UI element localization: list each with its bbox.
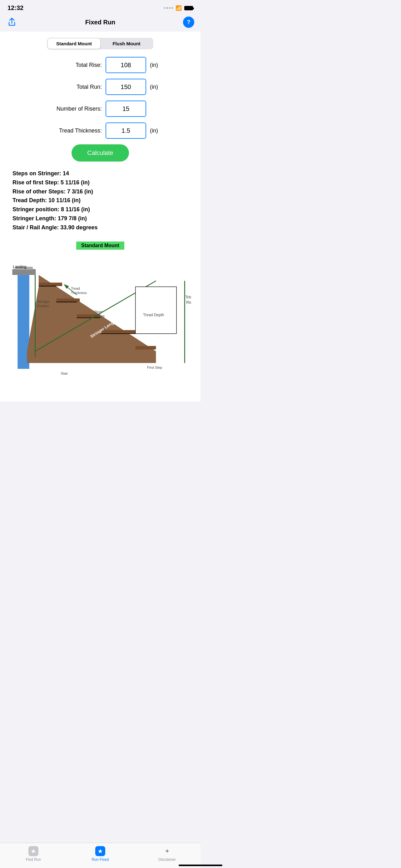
total-run-input[interactable] <box>106 79 146 95</box>
steps-on-stringer: Steps on Stringer: 14 <box>12 169 188 178</box>
svg-rect-26 <box>136 286 176 333</box>
svg-text:Total: Total <box>185 295 191 299</box>
svg-text:Rise: Rise <box>186 300 191 305</box>
stringer-position: Stringer position: 8 11/16 (in) <box>12 205 188 214</box>
svg-text:Riser: Riser <box>94 310 103 314</box>
total-rise-input[interactable] <box>106 57 146 73</box>
svg-text:Height: Height <box>94 314 105 318</box>
segment-flush-mount[interactable]: Flush Mount <box>100 38 153 49</box>
svg-text:Landing: Landing <box>13 264 26 269</box>
total-run-unit: (in) <box>150 84 161 90</box>
calculate-button[interactable]: Calculate <box>71 144 129 161</box>
svg-rect-7 <box>56 299 80 302</box>
wifi-icon: 📶 <box>175 5 182 11</box>
segment-control[interactable]: Standard Mount Flush Mount <box>47 38 153 50</box>
svg-rect-9 <box>100 330 141 333</box>
diagram-section: Standard Mount Landing <box>6 239 194 393</box>
tread-thickness-unit: (in) <box>150 127 161 134</box>
tread-thickness-row: Tread Thickness: (in) <box>6 122 194 139</box>
tread-thickness-label: Tread Thickness: <box>39 127 102 134</box>
svg-text:Tread: Tread <box>71 286 80 290</box>
signal-icon <box>164 7 173 9</box>
total-rise-row: Total Rise: (in) <box>6 57 194 73</box>
svg-text:Tread Depth: Tread Depth <box>143 312 164 317</box>
tread-depth: Tread Depth: 10 11/16 (in) <box>12 196 188 205</box>
main-content: Standard Mount Flush Mount Total Rise: (… <box>0 32 201 402</box>
number-of-risers-label: Number of Risers: <box>39 105 102 112</box>
status-bar: 12:32 📶 <box>0 0 201 14</box>
stair-rail-angle: Stair / Rail Angle: 33.90 degrees <box>12 223 188 232</box>
svg-rect-10 <box>136 346 156 349</box>
svg-rect-1 <box>12 269 36 275</box>
help-button[interactable]: ? <box>183 17 194 28</box>
rise-first-step: Rise of first Step: 5 11/16 (in) <box>12 178 188 187</box>
tread-thickness-input[interactable] <box>106 122 146 139</box>
segment-standard-mount[interactable]: Standard Mount <box>48 38 100 49</box>
svg-text:First Step: First Step <box>147 366 162 369</box>
battery-icon <box>184 6 193 10</box>
results-section: Steps on Stringer: 14 Rise of first Step… <box>6 169 194 232</box>
total-rise-unit: (in) <box>150 62 161 68</box>
svg-text:Positon: Positon <box>37 304 49 308</box>
stringer-length: Stringer Length: 179 7/8 (in) <box>12 214 188 223</box>
svg-rect-6 <box>39 282 62 286</box>
svg-text:Stair: Stair <box>61 372 68 375</box>
total-rise-label: Total Rise: <box>39 62 102 68</box>
calculate-button-wrap: Calculate <box>6 144 194 161</box>
svg-text:Stringer: Stringer <box>37 300 49 303</box>
nav-bar: Fixed Run ? <box>0 14 201 32</box>
number-of-risers-input[interactable] <box>106 101 146 117</box>
status-time: 12:32 <box>7 4 24 11</box>
page-title: Fixed Run <box>85 19 115 26</box>
total-run-row: Total Run: (in) <box>6 79 194 95</box>
total-run-label: Total Run: <box>39 84 102 90</box>
status-icons: 📶 <box>164 5 193 11</box>
svg-text:Thickness: Thickness <box>71 291 87 294</box>
rise-other-steps: Rise of other Steps: 7 3/16 (in) <box>12 187 188 196</box>
share-button[interactable] <box>6 17 18 28</box>
number-of-risers-row: Number of Risers: <box>6 101 194 117</box>
diagram-svg: Landing <box>9 251 191 393</box>
diagram-title: Standard Mount <box>76 242 124 250</box>
